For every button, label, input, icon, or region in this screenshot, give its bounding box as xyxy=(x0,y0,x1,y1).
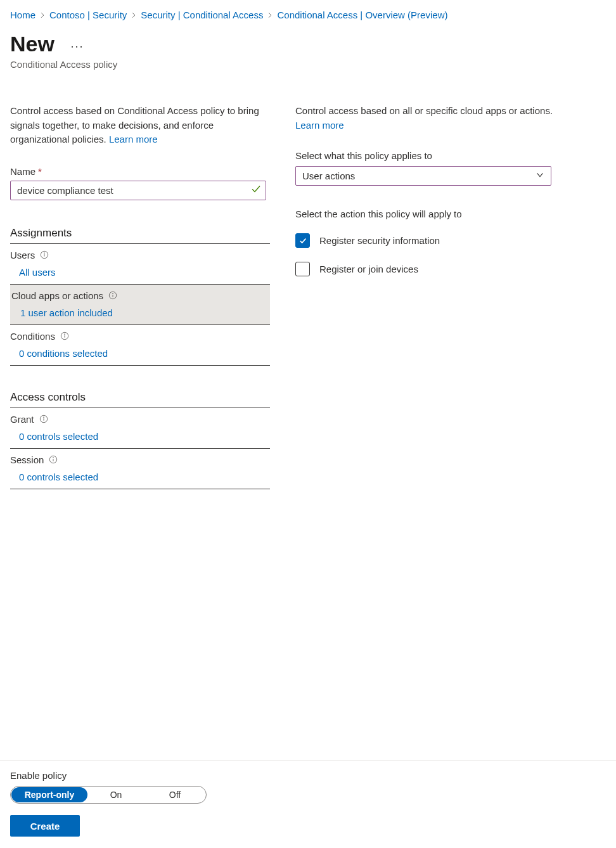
required-star-icon: * xyxy=(38,166,42,177)
left-intro: Control access based on Conditional Acce… xyxy=(10,104,270,147)
users-value-link[interactable]: All users xyxy=(19,267,56,278)
register-security-row: Register security information xyxy=(295,233,555,248)
grant-value-link[interactable]: 0 controls selected xyxy=(19,431,98,442)
conditions-item[interactable]: Conditions 0 conditions selected xyxy=(10,325,270,366)
breadcrumb-security-ca[interactable]: Security | Conditional Access xyxy=(141,10,263,20)
svg-point-8 xyxy=(64,334,65,335)
session-label: Session xyxy=(10,454,44,465)
register-devices-checkbox[interactable] xyxy=(295,262,310,276)
left-learn-more-link[interactable]: Learn more xyxy=(109,134,158,145)
policy-name-input[interactable] xyxy=(10,181,266,200)
chevron-down-icon xyxy=(536,170,544,181)
enable-policy-label: Enable policy xyxy=(10,770,606,781)
users-item[interactable]: Users All users xyxy=(10,244,270,285)
chevron-right-icon xyxy=(39,12,46,18)
assignments-heading: Assignments xyxy=(10,227,270,244)
register-devices-row: Register or join devices xyxy=(295,262,555,276)
cloud-apps-item[interactable]: Cloud apps or actions 1 user action incl… xyxy=(10,285,270,325)
content-columns: Control access based on Conditional Acce… xyxy=(10,104,606,489)
svg-point-2 xyxy=(44,253,45,254)
grant-label: Grant xyxy=(10,414,34,425)
applies-to-label: Select what this policy applies to xyxy=(295,150,555,161)
info-icon[interactable] xyxy=(40,250,49,259)
right-intro: Control access based on all or specific … xyxy=(295,104,555,132)
left-column: Control access based on Conditional Acce… xyxy=(10,104,270,489)
toggle-on[interactable]: On xyxy=(87,787,144,802)
footer: Enable policy Report-only On Off Create xyxy=(0,761,616,848)
users-label: Users xyxy=(10,250,35,260)
name-input-wrap xyxy=(10,181,266,200)
name-field-label: Name* xyxy=(10,166,270,177)
session-value-link[interactable]: 0 controls selected xyxy=(19,472,98,482)
register-security-checkbox[interactable] xyxy=(295,233,310,248)
grant-item[interactable]: Grant 0 controls selected xyxy=(10,408,270,449)
conditions-label: Conditions xyxy=(10,331,55,342)
conditions-value-link[interactable]: 0 conditions selected xyxy=(19,348,108,359)
right-intro-text: Control access based on all or specific … xyxy=(295,105,553,116)
create-button[interactable]: Create xyxy=(10,815,80,837)
chevron-right-icon xyxy=(267,12,273,18)
enable-policy-toggle: Report-only On Off xyxy=(10,786,207,804)
page-header: New ··· Conditional Access policy xyxy=(10,32,606,70)
session-item[interactable]: Session 0 controls selected xyxy=(10,449,270,489)
action-select-label: Select the action this policy will apply… xyxy=(295,209,555,219)
access-controls-heading: Access controls xyxy=(10,391,270,408)
page-root: Home Contoso | Security Security | Condi… xyxy=(0,0,616,848)
breadcrumb: Home Contoso | Security Security | Condi… xyxy=(10,10,606,20)
chevron-right-icon xyxy=(131,12,137,18)
breadcrumb-contoso-security[interactable]: Contoso | Security xyxy=(49,10,127,20)
info-icon[interactable] xyxy=(39,414,48,423)
svg-point-14 xyxy=(53,458,54,458)
svg-point-5 xyxy=(113,293,113,294)
checkmark-icon xyxy=(251,184,261,196)
svg-point-11 xyxy=(43,417,44,418)
more-icon[interactable]: ··· xyxy=(70,39,85,55)
breadcrumb-home[interactable]: Home xyxy=(10,10,35,20)
register-security-label: Register security information xyxy=(319,235,440,246)
info-icon[interactable] xyxy=(49,455,58,464)
info-icon[interactable] xyxy=(108,291,117,300)
toggle-off[interactable]: Off xyxy=(144,787,205,802)
applies-to-dropdown[interactable]: User actions xyxy=(295,166,551,186)
register-devices-label: Register or join devices xyxy=(319,264,418,274)
cloud-apps-label: Cloud apps or actions xyxy=(11,290,103,301)
right-column: Control access based on all or specific … xyxy=(295,104,555,489)
right-learn-more-link[interactable]: Learn more xyxy=(295,120,344,131)
cloud-apps-value-link[interactable]: 1 user action included xyxy=(20,307,113,318)
page-subtitle: Conditional Access policy xyxy=(10,59,606,70)
info-icon[interactable] xyxy=(60,331,69,340)
toggle-report-only[interactable]: Report-only xyxy=(11,787,87,802)
breadcrumb-ca-overview[interactable]: Conditional Access | Overview (Preview) xyxy=(277,10,447,20)
applies-to-value: User actions xyxy=(302,170,355,181)
page-title: New xyxy=(10,32,55,56)
